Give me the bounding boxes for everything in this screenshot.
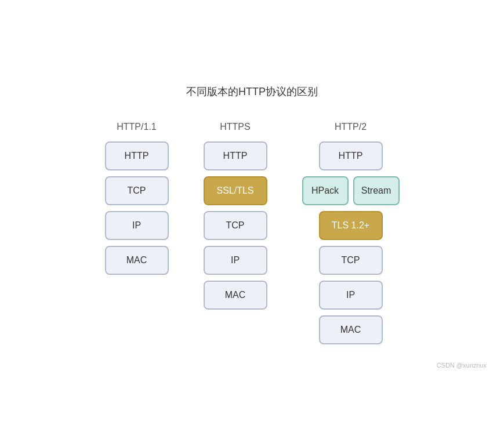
box-http2-pair: HPack Stream xyxy=(302,176,400,205)
columns-container: HTTP/1.1 HTTP TCP IP MAC HTTPS HTTP SSL/… xyxy=(105,122,400,344)
box-http2-tls: TLS 1.2+ xyxy=(319,211,383,240)
box-http11-ip: IP xyxy=(105,211,169,240)
column-title-http11: HTTP/1.1 xyxy=(117,122,156,132)
box-https-ssltls: SSL/TLS xyxy=(204,176,267,205)
box-http11-tcp: TCP xyxy=(105,176,169,205)
column-title-https: HTTPS xyxy=(220,122,250,132)
box-http11-http: HTTP xyxy=(105,141,169,170)
box-http2-hpack: HPack xyxy=(302,176,349,205)
column-https: HTTPS HTTP SSL/TLS TCP IP MAC xyxy=(204,122,267,310)
box-https-http: HTTP xyxy=(204,141,267,170)
box-https-tcp: TCP xyxy=(204,211,267,240)
column-title-http2: HTTP/2 xyxy=(335,122,367,132)
box-http2-tcp: TCP xyxy=(319,246,383,275)
box-https-mac: MAC xyxy=(204,281,267,310)
stack-http11: HTTP TCP IP MAC xyxy=(105,141,169,275)
column-http11: HTTP/1.1 HTTP TCP IP MAC xyxy=(105,122,169,275)
box-http2-mac: MAC xyxy=(319,315,383,344)
stack-http2: HTTP HPack Stream TLS 1.2+ TCP IP MAC xyxy=(302,141,400,344)
watermark: CSDN @xunznux xyxy=(437,362,492,369)
box-https-ip: IP xyxy=(204,246,267,275)
box-http2-ip: IP xyxy=(319,281,383,310)
stack-https: HTTP SSL/TLS TCP IP MAC xyxy=(204,141,267,310)
box-http2-http: HTTP xyxy=(319,141,383,170)
box-http2-stream: Stream xyxy=(353,176,400,205)
diagram-title: 不同版本的HTTP协议的区别 xyxy=(186,85,318,99)
column-http2: HTTP/2 HTTP HPack Stream TLS 1.2+ TCP IP… xyxy=(302,122,400,344)
diagram-wrapper: 不同版本的HTTP协议的区别 HTTP/1.1 HTTP TCP IP MAC … xyxy=(0,67,504,380)
box-http11-mac: MAC xyxy=(105,246,169,275)
